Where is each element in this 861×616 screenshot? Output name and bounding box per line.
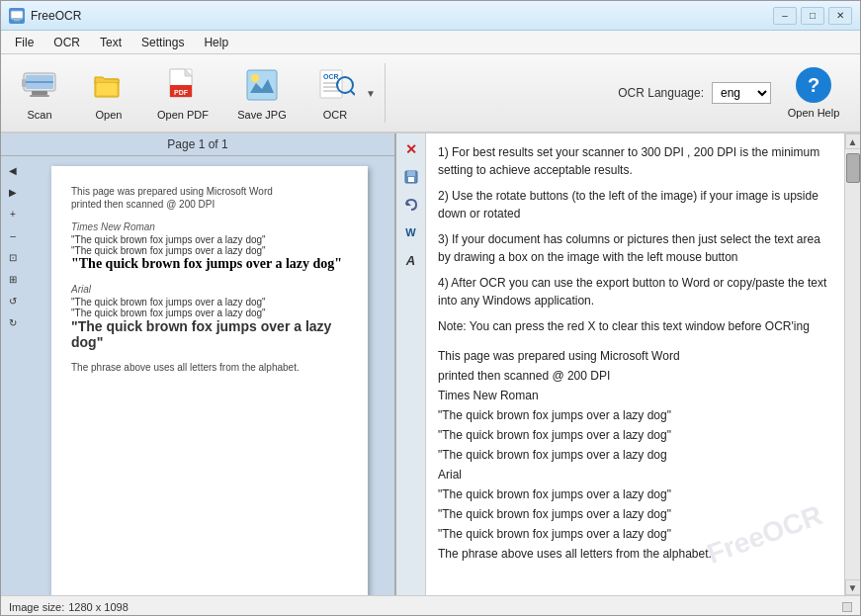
open-help-button[interactable]: ? Open Help [779, 57, 848, 129]
tip-4: 4) After OCR you can use the export butt… [438, 274, 832, 309]
clear-button[interactable]: ✕ [399, 137, 423, 161]
help-icon: ? [796, 67, 831, 103]
svg-text:OCR: OCR [323, 73, 339, 80]
page-intro-section: This page was prepared using Microsoft W… [71, 186, 348, 210]
zoom-actual-btn[interactable]: ⊞ [3, 269, 23, 289]
extracted-8: "The quick brown fox jumps over a lazy d… [438, 505, 832, 523]
image-viewer-panel: Page 1 of 1 ◀ ▶ + – ⊡ ⊞ ↺ ↻ This page wa… [1, 133, 396, 595]
ocr-text-area[interactable]: 1) For best results set your scanner to … [426, 133, 844, 595]
image-size-value: 1280 x 1098 [68, 601, 129, 613]
rotate-ccw-btn[interactable]: ↺ [3, 291, 23, 310]
side-toolbar: ◀ ▶ + – ⊡ ⊞ ↺ ↻ [1, 156, 25, 595]
svg-rect-26 [408, 177, 414, 182]
scroll-up-arrow[interactable]: ▲ [845, 133, 861, 149]
scroll-track[interactable] [845, 149, 861, 579]
svg-rect-8 [22, 79, 26, 87]
open-pdf-button[interactable]: PDF Open PDF [143, 57, 222, 129]
ocr-button[interactable]: OCR OCR ▼ [301, 57, 381, 129]
ocr-language-select[interactable]: eng [712, 82, 771, 104]
open-label: Open [96, 109, 123, 121]
toolbar-right: OCR Language: eng ? Open Help [618, 57, 856, 129]
save-button[interactable] [399, 165, 423, 189]
ocr-toolbar: ✕ W A [396, 133, 426, 595]
scroll-down-arrow[interactable]: ▼ [845, 579, 861, 595]
minimize-button[interactable]: – [773, 7, 797, 25]
word-export-button[interactable]: W [399, 220, 423, 244]
extracted-2: Times New Roman [438, 387, 832, 404]
extracted-10: The phrase above uses all letters from t… [438, 545, 832, 563]
resize-grip[interactable] [842, 602, 852, 612]
image-size-container: Image size: 1280 x 1098 [9, 601, 129, 613]
font2-quote-sm1: "The quick brown fox jumps over a lazy d… [71, 297, 348, 308]
ocr-output-panel: ✕ W A 1) [396, 133, 860, 595]
page-note: The phrase above uses all letters from t… [71, 362, 348, 373]
menu-help[interactable]: Help [194, 34, 238, 51]
page-intro-line1: This page was prepared using Microsoft W… [71, 186, 348, 197]
right-scrollbar[interactable]: ▲ ▼ [844, 133, 860, 595]
zoom-in-btn[interactable]: + [3, 204, 23, 223]
svg-rect-2 [14, 20, 20, 22]
times-new-roman-section: Times New Roman "The quick brown fox jum… [71, 221, 348, 272]
window-controls: – □ ✕ [773, 7, 852, 25]
toolbar-separator [385, 63, 386, 123]
open-button[interactable]: Open [74, 57, 143, 129]
font2-quote-sm2: "The quick brown fox jumps over a lazy d… [71, 308, 348, 318]
zoom-out-btn[interactable]: – [3, 225, 23, 245]
save-jpg-label: Save JPG [237, 109, 287, 121]
zoom-fit-btn[interactable]: ⊡ [3, 247, 23, 267]
save-jpg-icon [242, 65, 282, 105]
svg-rect-10 [97, 83, 117, 95]
svg-point-16 [251, 74, 259, 82]
extracted-0: This page was prepared using Microsoft W… [438, 347, 832, 365]
svg-rect-14 [247, 70, 277, 100]
image-size-label: Image size: [9, 601, 64, 613]
scan-button[interactable]: Scan [5, 57, 74, 129]
save-jpg-button[interactable]: Save JPG [222, 57, 301, 129]
extracted-1: printed then scanned @ 200 DPI [438, 367, 832, 385]
menubar: File OCR Text Settings Help [1, 31, 860, 54]
window-title: FreeOCR [31, 9, 81, 23]
undo-button[interactable] [399, 193, 423, 217]
right-content: ✕ W A 1) [396, 133, 860, 595]
extracted-9: "The quick brown fox jumps over a lazy d… [438, 525, 832, 543]
page-info: Page 1 of 1 [1, 133, 394, 156]
tip-note: Note: You can press the red X to clear t… [438, 317, 832, 335]
extracted-7: "The quick brown fox jumps over a lazy d… [438, 485, 832, 503]
page-intro-line2: printed then scanned @ 200 DPI [71, 199, 348, 210]
tip-2: 2) Use the rotate buttons (to the left o… [438, 187, 832, 222]
open-icon [89, 65, 129, 105]
help-label: Open Help [788, 107, 840, 119]
tip-3: 3) If your document has columns or pictu… [438, 230, 832, 266]
extracted-5: "The quick brown fox jumps over a lazy d… [438, 446, 832, 464]
extracted-6: Arial [438, 466, 832, 484]
svg-text:PDF: PDF [174, 89, 189, 96]
maximize-button[interactable]: □ [801, 7, 824, 25]
menu-settings[interactable]: Settings [131, 34, 194, 51]
arrow-left-btn[interactable]: ◀ [3, 160, 23, 180]
viewer-area: ◀ ▶ + – ⊡ ⊞ ↺ ↻ This page was prepared u… [1, 156, 394, 595]
ocr-dropdown-arrow[interactable]: ▼ [365, 88, 377, 99]
arrow-right-btn[interactable]: ▶ [3, 182, 23, 202]
statusbar: Image size: 1280 x 1098 [1, 595, 860, 616]
close-button[interactable]: ✕ [828, 7, 852, 25]
svg-rect-6 [32, 91, 47, 95]
ocr-icon: OCR [315, 65, 355, 105]
font-button[interactable]: A [399, 248, 423, 272]
font2-quote-lg: "The quick brown fox jumps over a lazy d… [71, 318, 348, 350]
scroll-thumb[interactable] [846, 153, 860, 183]
titlebar: FreeOCR – □ ✕ [1, 1, 860, 31]
svg-marker-27 [406, 201, 411, 206]
open-pdf-icon: PDF [163, 65, 203, 105]
menu-file[interactable]: File [5, 34, 43, 51]
ocr-language-label: OCR Language: [618, 86, 704, 100]
rotate-cw-btn[interactable]: ↻ [3, 312, 23, 332]
main-content: Page 1 of 1 ◀ ▶ + – ⊡ ⊞ ↺ ↻ This page wa… [1, 133, 860, 595]
font1-quote-lg: "The quick brown fox jumps over a lazy d… [71, 256, 348, 272]
tip-1: 1) For best results set your scanner to … [438, 143, 832, 179]
image-container[interactable]: This page was prepared using Microsoft W… [25, 156, 394, 595]
menu-text[interactable]: Text [90, 34, 131, 51]
titlebar-left: FreeOCR [9, 8, 81, 24]
svg-rect-7 [30, 95, 49, 97]
font1-quote-sm2: "The quick brown fox jumps over a lazy d… [71, 245, 348, 256]
menu-ocr[interactable]: OCR [43, 34, 90, 51]
